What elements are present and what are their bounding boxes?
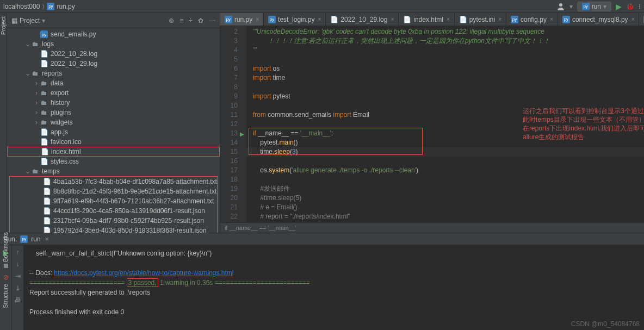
file-icon: 📄: [42, 227, 51, 233]
tree-file[interactable]: pysend_emails.py: [7, 29, 220, 39]
code-line[interactable]: import pytest: [246, 92, 644, 101]
settings-icon[interactable]: ✿: [198, 17, 203, 24]
tree-label: index.html: [51, 148, 81, 155]
tree-folder[interactable]: ›🖿export: [7, 88, 220, 98]
tree-file[interactable]: 📄44ccd1f8-290c-4ca5-850a-a13919dd06f1-re…: [10, 206, 217, 216]
tree-label: favicon.ico: [51, 138, 82, 146]
tree-folder[interactable]: ⌄🖿temps: [7, 166, 220, 176]
output-line: Report successfully generated to .\repor…: [29, 288, 639, 297]
close-icon[interactable]: ×: [391, 16, 394, 22]
editor-tab[interactable]: 📄index.html×: [399, 13, 455, 26]
project-panel: ▦ Project ▾ ⊚ ≡ ÷ ✿ — pysend_emails.py⌄🖿…: [7, 13, 220, 233]
file-icon: 📄: [40, 148, 49, 155]
close-icon[interactable]: ×: [318, 16, 321, 22]
code-line[interactable]: #time.sleep(5): [246, 194, 644, 203]
tree-label: 2022_10_29.log: [51, 60, 97, 67]
tree-label: 2022_10_28.log: [51, 50, 97, 58]
close-icon[interactable]: ×: [498, 16, 501, 22]
tab-label: index.html: [413, 16, 443, 23]
tree-label: 2317bcf4-09ba-4df7-93b0-c592f74bb925-res…: [53, 217, 204, 225]
code-line[interactable]: '''UnicodeDecodeError: 'gbk' codec can't…: [246, 27, 644, 36]
code-line[interactable]: [246, 175, 644, 184]
tree-label: 9ff7a619-ef9b-44f3-b67b-71210ab36b27-att…: [53, 197, 214, 205]
tree-file[interactable]: 📄195792d4-3bed-403d-850d-9183318f363f-re…: [10, 226, 217, 233]
file-icon: 📄: [42, 178, 51, 185]
project-tool-tab[interactable]: Project: [0, 16, 7, 35]
folder-icon: 🖿: [40, 99, 48, 107]
code-line[interactable]: import time: [246, 73, 644, 83]
editor-tab[interactable]: pytest_login.py×: [264, 13, 326, 26]
bookmarks-tab[interactable]: Bookmarks: [2, 232, 9, 262]
code-line[interactable]: import os: [246, 64, 644, 73]
code-line[interactable]: # e = Email(): [246, 203, 644, 212]
line-gutter: 2345678910111213▶141516171819202122: [220, 26, 246, 222]
debug-icon[interactable]: 🐞: [626, 3, 634, 10]
collapse-icon[interactable]: ≡: [179, 17, 183, 24]
file-icon: 📄: [40, 50, 48, 58]
run-config-selector[interactable]: py run ▾: [577, 2, 611, 11]
user-icon[interactable]: [556, 2, 565, 11]
tree-folder[interactable]: ⌄🖿reports: [7, 69, 220, 78]
down-icon[interactable]: ↓: [16, 260, 20, 268]
tree-file[interactable]: 📄4ba1a53b-7fc3-4bab-b04e-df1c098a7a85-at…: [10, 177, 217, 186]
code-line[interactable]: [246, 83, 644, 92]
breadcrumb-item[interactable]: run.py: [57, 3, 75, 10]
target-icon[interactable]: ⊚: [169, 17, 174, 24]
breadcrumb-item[interactable]: localhost000: [3, 3, 40, 10]
tree-folder[interactable]: ›🖿data: [7, 78, 220, 88]
tree-label: 195792d4-3bed-403d-850d-9183318f363f-res…: [53, 227, 207, 233]
up-icon[interactable]: ↑: [16, 248, 20, 256]
code-line[interactable]: ！！！！注意:若之前运行正常，突然出现上述问题，一定是因为你在python文件中…: [246, 36, 644, 46]
expand-icon[interactable]: ÷: [189, 17, 193, 24]
folder-icon: 🖿: [40, 89, 48, 97]
breadcrumb: localhost000 ⟩ py run.py: [3, 3, 75, 10]
code-line[interactable]: [246, 157, 644, 166]
tree-file[interactable]: 📄index.html: [7, 147, 220, 157]
folder-icon: 🖿: [40, 79, 48, 87]
code-line[interactable]: # report = "./reports/index.html": [246, 212, 644, 221]
dropdown-icon[interactable]: ▾: [569, 3, 573, 10]
project-tree[interactable]: pysend_emails.py⌄🖿logs📄2022_10_28.log📄20…: [7, 28, 220, 233]
code-editor[interactable]: 运行之后我们可以看到控制台显示3个通过，同时此时temps目录下出现一些文本（不…: [246, 26, 644, 222]
close-icon[interactable]: ×: [550, 16, 553, 22]
top-toolbar: localhost000 ⟩ py run.py ▾ py run ▾ ▶ 🐞 …: [0, 0, 644, 13]
run-icon[interactable]: ▶: [616, 2, 622, 11]
tree-file[interactable]: 📄2022_10_28.log: [7, 49, 220, 59]
close-icon[interactable]: ×: [631, 16, 635, 22]
editor-tab[interactable]: pyconfig.py×: [506, 13, 558, 26]
file-icon: 📄: [40, 128, 48, 136]
docs-link[interactable]: https://docs.pytest.org/en/stable/how-to…: [54, 269, 233, 277]
editor-tab[interactable]: pylogger.py×: [639, 13, 644, 26]
print-icon[interactable]: 🖶: [15, 296, 21, 304]
tree-label: data: [51, 79, 63, 87]
tree-file[interactable]: 📄8b8c8fbc-21d2-45f3-961b-9e3e521cde15-at…: [10, 186, 217, 196]
file-icon: 📄: [330, 16, 338, 23]
tree-folder[interactable]: ⌄🖿logs: [7, 39, 220, 49]
tree-folder[interactable]: ›🖿plugins: [7, 108, 220, 117]
tree-folder[interactable]: ›🖿widgets: [7, 117, 220, 127]
wrap-icon[interactable]: ⇥: [15, 272, 21, 280]
editor-tab[interactable]: pyrun.py×: [220, 13, 264, 26]
editor-tab[interactable]: 📄2022_10_29.log×: [326, 13, 399, 26]
tree-file[interactable]: 📄favicon.ico: [7, 137, 220, 147]
hide-icon[interactable]: —: [209, 17, 215, 24]
code-line[interactable]: os.system('allure generate ./temps -o ./…: [246, 166, 644, 175]
console-output[interactable]: self._warn_or_fail_if_strict(f"Unknown c…: [24, 245, 644, 330]
tree-file[interactable]: 📄9ff7a619-ef9b-44f3-b67b-71210ab36b27-at…: [10, 196, 217, 206]
more-icon[interactable]: ⁝: [639, 3, 641, 10]
close-icon[interactable]: ×: [256, 16, 259, 22]
code-line[interactable]: [246, 55, 644, 64]
python-icon: py: [47, 3, 54, 10]
tree-file[interactable]: 📄app.js: [7, 127, 220, 137]
editor-tab[interactable]: pyconnect_mysql8.py×: [558, 13, 640, 26]
tree-file[interactable]: 📄2317bcf4-09ba-4df7-93b0-c592f74bb925-re…: [10, 216, 217, 226]
tree-folder[interactable]: ›🖿history: [7, 98, 220, 108]
structure-tab[interactable]: Structure: [2, 284, 9, 308]
editor-tab[interactable]: 📄pytest.ini×: [455, 13, 506, 26]
tree-file[interactable]: 📄2022_10_29.log: [7, 59, 220, 69]
close-icon[interactable]: ×: [447, 16, 450, 22]
code-line[interactable]: #发送邮件: [246, 184, 644, 194]
code-line[interactable]: ''': [246, 46, 644, 55]
tree-file[interactable]: 📄styles.css: [7, 157, 220, 166]
scroll-icon[interactable]: ⤓: [15, 284, 21, 292]
